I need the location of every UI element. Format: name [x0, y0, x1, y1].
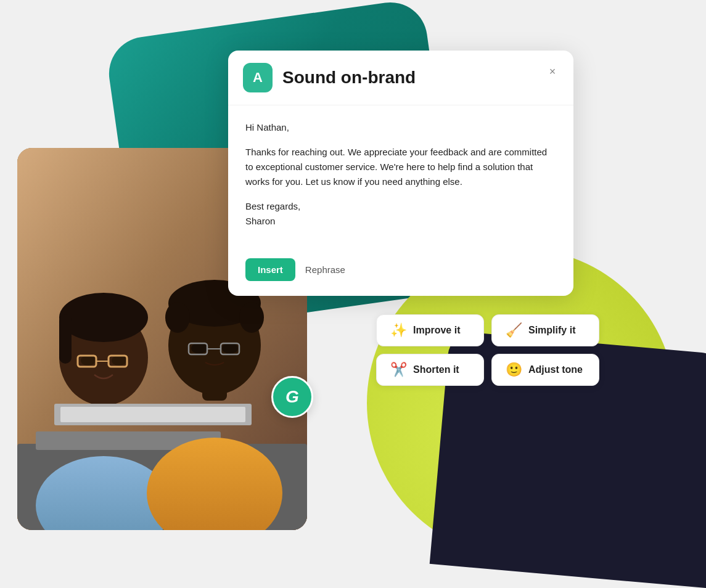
email-greeting: Hi Nathan,	[245, 120, 556, 135]
improve-it-button[interactable]: ✨ Improve it	[376, 314, 484, 346]
shorten-icon: ✂️	[390, 363, 407, 377]
action-row-top: ✨ Improve it 🧹 Simplify it	[376, 314, 599, 346]
improve-it-label: Improve it	[413, 325, 460, 336]
svg-point-20	[191, 343, 207, 354]
card-body: Hi Nathan, Thanks for reaching out. We a…	[228, 105, 573, 258]
card-header: A Sound on-brand ×	[228, 51, 573, 105]
svg-point-9	[81, 356, 96, 365]
svg-point-18	[165, 302, 190, 333]
header-icon: A	[243, 63, 273, 92]
shorten-it-button[interactable]: ✂️ Shorten it	[376, 354, 484, 386]
action-row-bottom: ✂️ Shorten it 🙂 Adjust tone	[376, 354, 599, 386]
header-icon-letter: A	[253, 70, 263, 86]
card-actions: Insert Rephrase	[228, 258, 573, 296]
simplify-icon: 🧹	[506, 324, 522, 337]
grammarly-badge[interactable]: G	[271, 376, 313, 418]
shorten-it-label: Shorten it	[413, 364, 459, 375]
simplify-it-label: Simplify it	[528, 325, 575, 336]
svg-rect-8	[59, 314, 72, 364]
email-body: Thanks for reaching out. We appreciate y…	[245, 145, 556, 189]
svg-rect-27	[60, 407, 245, 422]
action-buttons: ✨ Improve it 🧹 Simplify it ✂️ Shorten it…	[376, 314, 599, 386]
main-card: A Sound on-brand × Hi Nathan, Thanks for…	[228, 51, 573, 296]
svg-point-10	[112, 356, 126, 365]
scene: G A Sound on-brand × Hi Nathan, Thanks f…	[0, 0, 706, 588]
grammarly-badge-letter: G	[285, 387, 299, 407]
card-title: Sound on-brand	[282, 68, 416, 88]
svg-point-21	[222, 343, 238, 354]
svg-point-19	[239, 302, 264, 333]
svg-point-7	[59, 293, 148, 342]
adjust-tone-icon: 🙂	[506, 363, 522, 377]
email-closing: Best regards, Sharon	[245, 199, 556, 229]
simplify-it-button[interactable]: 🧹 Simplify it	[491, 314, 599, 346]
adjust-tone-button[interactable]: 🙂 Adjust tone	[491, 354, 599, 386]
improve-icon: ✨	[390, 324, 407, 337]
email-closing-line1: Best regards,	[245, 201, 300, 211]
insert-button[interactable]: Insert	[245, 258, 295, 281]
adjust-tone-label: Adjust tone	[528, 364, 583, 375]
rephrase-link[interactable]: Rephrase	[305, 264, 345, 275]
email-closing-line2: Sharon	[245, 216, 275, 226]
close-button[interactable]: ×	[544, 63, 561, 80]
